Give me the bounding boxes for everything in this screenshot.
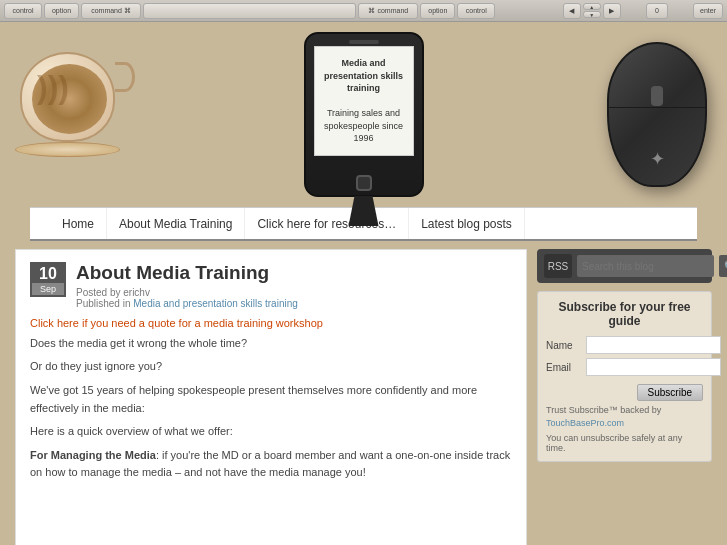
sidebar: RSS 🔍 Subscribe for your free guide Name… xyxy=(537,249,712,545)
date-month: Sep xyxy=(32,283,64,295)
unsub-text: You can unsubscribe safely at any time. xyxy=(546,433,703,453)
cup-body: ))) xyxy=(20,52,115,142)
keyboard-area: control option command ⌘ ⌘ command optio… xyxy=(0,0,727,22)
search-input[interactable] xyxy=(577,255,714,277)
key-command-left[interactable]: command ⌘ xyxy=(81,3,141,19)
subscribe-trust: Trust Subscribe™ backed by TouchBasePro.… xyxy=(546,404,703,429)
trust-text: Trust Subscribe™ backed by xyxy=(546,405,661,415)
key-enter[interactable]: enter xyxy=(693,3,723,19)
key-option-left[interactable]: option xyxy=(44,3,79,19)
cup-saucer xyxy=(15,142,120,157)
key-left[interactable]: ◀ xyxy=(563,3,581,19)
nav-item-about[interactable]: About Media Training xyxy=(107,208,245,239)
phone-screen-subtitle: Training sales and spokespeople since 19… xyxy=(324,108,403,143)
phone-screen-title: Media and presentation skills training xyxy=(324,58,403,93)
key-zero[interactable]: 0 xyxy=(646,3,668,19)
post-paragraph-3: We've got 15 years of helping spokespeop… xyxy=(30,382,512,417)
search-icon-box: RSS xyxy=(544,254,572,278)
mouse-logo: ✦ xyxy=(650,148,665,170)
key-control-right[interactable]: control xyxy=(457,3,495,19)
post-published-label: Published in xyxy=(76,298,133,309)
mouse-divider xyxy=(609,107,705,108)
date-badge: 10 Sep xyxy=(30,262,66,297)
phone-screen: Media and presentation skills training T… xyxy=(314,46,414,156)
key-space[interactable] xyxy=(143,3,356,19)
post-content: Does the media get it wrong the whole ti… xyxy=(30,335,512,482)
post-meta: Posted by erichv Published in Media and … xyxy=(76,287,298,309)
rss-icon: ))) xyxy=(37,69,82,114)
key-control-left[interactable]: control xyxy=(4,3,42,19)
main-wrapper: 10 Sep About Media Training Posted by er… xyxy=(15,249,712,545)
key-down[interactable]: ▼ xyxy=(583,11,601,18)
name-field-row: Name xyxy=(546,336,703,354)
key-up[interactable]: ▲ xyxy=(583,3,601,10)
search-button[interactable]: 🔍 xyxy=(719,255,727,277)
post-paragraph-2: Or do they just ignore you? xyxy=(30,358,512,376)
blog-area: 10 Sep About Media Training Posted by er… xyxy=(15,249,527,545)
email-input[interactable] xyxy=(586,358,721,376)
key-command-right[interactable]: ⌘ command xyxy=(358,3,418,19)
post-quote-link[interactable]: Click here if you need a quote for a med… xyxy=(30,317,512,329)
key-option-right[interactable]: option xyxy=(420,3,455,19)
nav-item-home[interactable]: Home xyxy=(50,208,107,239)
mouse-container: ✦ xyxy=(607,42,707,187)
subscribe-title: Subscribe for your free guide xyxy=(546,300,703,328)
subscribe-button[interactable]: Subscribe xyxy=(637,384,703,401)
name-label: Name xyxy=(546,340,581,351)
date-day: 10 xyxy=(32,264,64,283)
rss-sidebar-icon: RSS xyxy=(548,261,569,272)
post-paragraph-1: Does the media get it wrong the whole ti… xyxy=(30,335,512,353)
nav-item-resources[interactable]: Click here for resources… xyxy=(245,208,409,239)
mouse: ✦ xyxy=(607,42,707,187)
phone-speaker xyxy=(349,40,379,44)
nav-item-blog[interactable]: Latest blog posts xyxy=(409,208,525,239)
post-title: About Media Training xyxy=(76,262,298,285)
post-paragraph-5: For Managing the Media: if you're the MD… xyxy=(30,447,512,482)
post-category-link[interactable]: Media and presentation skills training xyxy=(133,298,298,309)
key-right[interactable]: ▶ xyxy=(603,3,621,19)
phone: Media and presentation skills training T… xyxy=(304,32,424,197)
coffee-cup: ))) xyxy=(15,32,135,162)
cup-handle xyxy=(115,62,135,92)
hero-section: ))) Media and presentation skills traini… xyxy=(0,22,727,207)
subscribe-widget: Subscribe for your free guide Name Email… xyxy=(537,291,712,462)
phone-home-button xyxy=(356,175,372,191)
mouse-wheel xyxy=(651,86,663,106)
name-input[interactable] xyxy=(586,336,721,354)
post-paragraph-4: Here is a quick overview of what we offe… xyxy=(30,423,512,441)
post-title-area: About Media Training Posted by erichv Pu… xyxy=(76,262,298,309)
post-author: Posted by erichv xyxy=(76,287,150,298)
search-widget: RSS 🔍 xyxy=(537,249,712,283)
email-label: Email xyxy=(546,362,581,373)
phone-container: Media and presentation skills training T… xyxy=(304,32,424,197)
email-field-row: Email xyxy=(546,358,703,376)
post-header: 10 Sep About Media Training Posted by er… xyxy=(30,262,512,309)
trust-link[interactable]: TouchBasePro.com xyxy=(546,418,624,428)
